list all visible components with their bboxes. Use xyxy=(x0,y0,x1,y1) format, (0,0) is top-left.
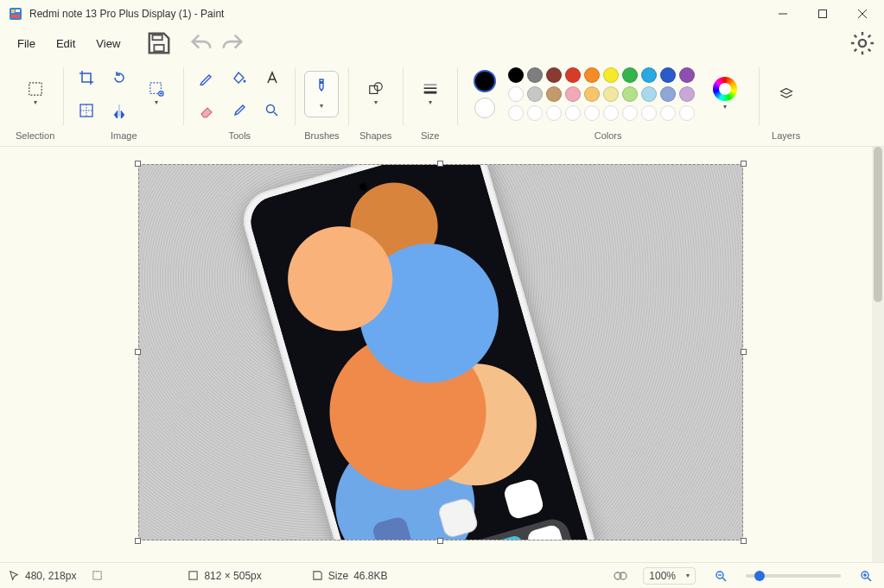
svg-rect-2 xyxy=(16,9,20,12)
color-swatch[interactable] xyxy=(584,86,600,102)
resize-handle[interactable] xyxy=(741,538,747,544)
color-swatch[interactable] xyxy=(584,67,600,83)
zoom-slider[interactable] xyxy=(746,574,841,578)
resize-handle[interactable] xyxy=(135,161,141,167)
zoom-out-icon[interactable] xyxy=(711,566,730,585)
color-swatch[interactable] xyxy=(603,86,619,102)
svg-rect-1 xyxy=(11,9,15,13)
fill-icon[interactable] xyxy=(226,64,253,92)
group-image: ▾ Image xyxy=(66,60,181,146)
cursor-icon xyxy=(9,570,20,581)
text-icon[interactable] xyxy=(258,64,286,92)
size-tool[interactable]: ▾ xyxy=(412,73,448,116)
image-select-tool[interactable]: ▾ xyxy=(138,73,175,116)
svg-rect-3 xyxy=(11,15,20,18)
selection-tool[interactable]: ▾ xyxy=(17,73,54,116)
vertical-scrollbar[interactable] xyxy=(872,147,884,562)
color-swatch[interactable] xyxy=(508,67,524,83)
color-swatch[interactable] xyxy=(622,67,638,83)
maximize-button[interactable] xyxy=(803,0,843,28)
color-swatch-empty[interactable] xyxy=(508,105,524,121)
settings-icon[interactable] xyxy=(849,30,875,56)
color-swatch-empty[interactable] xyxy=(622,105,638,121)
zoom-dropdown[interactable]: 100% ▾ xyxy=(643,567,696,585)
pencil-icon[interactable] xyxy=(193,64,220,92)
rotate-icon[interactable] xyxy=(105,64,133,92)
shapes-tool[interactable]: ▾ xyxy=(358,73,394,116)
minimize-button[interactable] xyxy=(763,0,803,28)
color-swatch[interactable] xyxy=(679,67,695,83)
group-selection: ▾ Selection xyxy=(9,60,61,146)
statusbar: 480, 218px 812 × 505px Size 46.8KB 100% … xyxy=(0,562,884,588)
color-swatch[interactable] xyxy=(546,86,562,102)
chevron-down-icon: ▾ xyxy=(686,572,690,579)
chevron-down-icon: ▾ xyxy=(723,103,727,111)
magnifier-icon[interactable] xyxy=(258,97,286,124)
resize-handle[interactable] xyxy=(741,349,747,355)
resize-icon[interactable] xyxy=(73,97,100,124)
group-colors: ▾ Colors xyxy=(460,60,757,146)
canvas[interactable] xyxy=(138,164,743,541)
color-palette-row2 xyxy=(508,86,695,102)
zoom-in-icon[interactable] xyxy=(856,566,875,585)
color-swatch[interactable] xyxy=(527,67,543,83)
undo-icon[interactable] xyxy=(189,30,215,56)
menubar: File Edit View xyxy=(0,28,884,59)
resize-handle[interactable] xyxy=(135,349,141,355)
group-label-image: Image xyxy=(111,127,137,146)
color-swatch-empty[interactable] xyxy=(660,105,676,121)
resize-handle[interactable] xyxy=(135,538,141,544)
primary-color-swatch[interactable] xyxy=(474,70,496,92)
color-swatch[interactable] xyxy=(641,86,657,102)
copilot-icon[interactable] xyxy=(614,569,627,583)
color-swatch[interactable] xyxy=(660,67,676,83)
color-swatch[interactable] xyxy=(622,86,638,102)
brush-tool[interactable]: ▾ xyxy=(304,71,339,117)
redo-icon[interactable] xyxy=(219,30,245,56)
color-swatch[interactable] xyxy=(508,86,524,102)
color-swatch-empty[interactable] xyxy=(546,105,562,121)
selection-icon xyxy=(92,570,103,581)
color-swatch-empty[interactable] xyxy=(584,105,600,121)
eraser-icon[interactable] xyxy=(193,97,220,124)
svg-rect-11 xyxy=(29,83,41,95)
resize-handle[interactable] xyxy=(437,161,443,167)
menu-edit[interactable]: Edit xyxy=(48,32,84,55)
group-layers: Layers xyxy=(761,60,811,146)
flip-icon[interactable] xyxy=(105,97,133,124)
menu-view[interactable]: View xyxy=(87,32,129,55)
svg-rect-17 xyxy=(320,81,323,84)
color-swatch-empty[interactable] xyxy=(603,105,619,121)
color-swatch[interactable] xyxy=(641,67,657,83)
color-swatch-empty[interactable] xyxy=(565,105,581,121)
color-swatch[interactable] xyxy=(660,86,676,102)
picker-icon[interactable] xyxy=(226,97,253,124)
group-brushes: ▾ Brushes xyxy=(297,60,346,146)
window-title: Redmi note 13 Pro Plus Display (1) - Pai… xyxy=(29,8,763,20)
chevron-down-icon: ▾ xyxy=(374,98,378,106)
color-swatch[interactable] xyxy=(546,67,562,83)
color-swatch-empty[interactable] xyxy=(641,105,657,121)
menu-file[interactable]: File xyxy=(9,32,44,55)
color-swatch-empty[interactable] xyxy=(527,105,543,121)
edit-colors-button[interactable]: ▾ xyxy=(707,73,743,116)
color-swatch[interactable] xyxy=(565,67,581,83)
size-label: Size xyxy=(328,570,348,582)
svg-rect-8 xyxy=(153,35,162,41)
svg-rect-9 xyxy=(155,45,164,52)
crop-icon[interactable] xyxy=(73,64,100,92)
layers-button[interactable] xyxy=(768,73,805,116)
canvas-image[interactable] xyxy=(138,164,743,541)
resize-handle[interactable] xyxy=(437,538,443,544)
file-size: Size 46.8KB xyxy=(312,570,388,582)
color-swatch[interactable] xyxy=(679,86,695,102)
svg-rect-24 xyxy=(189,572,197,579)
color-swatch[interactable] xyxy=(565,86,581,102)
save-icon[interactable] xyxy=(146,30,172,56)
color-swatch[interactable] xyxy=(527,86,543,102)
resize-handle[interactable] xyxy=(741,161,747,167)
close-button[interactable] xyxy=(843,0,882,28)
secondary-color-swatch[interactable] xyxy=(474,98,495,118)
color-swatch[interactable] xyxy=(603,67,619,83)
color-swatch-empty[interactable] xyxy=(679,105,695,121)
